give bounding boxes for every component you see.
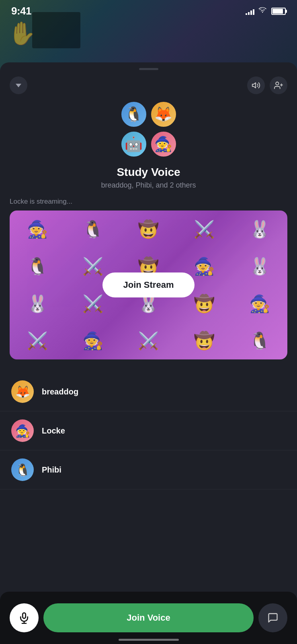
avatar-3: 🤖 bbox=[120, 130, 147, 158]
member-avatar-breaddog: 🦊 bbox=[11, 380, 34, 403]
streaming-section: Locke is streaming... 🧙 🐧 🤠 ⚔️ 🐰 🐧 ⚔️ 🤠 … bbox=[0, 198, 297, 369]
channel-info: Study Voice breaddog, Phibi, and 2 other… bbox=[0, 166, 297, 198]
panel-header bbox=[0, 70, 297, 97]
header-actions bbox=[247, 76, 287, 94]
collapse-button[interactable] bbox=[10, 76, 27, 94]
stream-preview: 🧙 🐧 🤠 ⚔️ 🐰 🐧 ⚔️ 🤠 🧙 🐰 🐰 ⚔️ 🐰 🤠 🧙 ⚔️ 🧙 ⚔️… bbox=[10, 211, 287, 359]
avatar-grid: 🐧 🦊 🤖 🧙 bbox=[120, 101, 177, 158]
status-bar: 9:41 bbox=[0, 0, 297, 22]
svg-rect-4 bbox=[23, 613, 26, 619]
bottom-bar: Join Voice bbox=[0, 592, 297, 644]
svg-marker-0 bbox=[252, 83, 256, 88]
chevron-down-icon bbox=[16, 84, 21, 87]
member-item: 🐧 Phibi bbox=[0, 450, 297, 489]
add-user-icon bbox=[274, 81, 283, 90]
member-name-locke: Locke bbox=[42, 426, 65, 436]
add-user-button[interactable] bbox=[270, 76, 287, 94]
member-name-phibi: Phibi bbox=[42, 465, 61, 475]
signal-bars-icon bbox=[246, 8, 254, 15]
member-item: 🦊 breaddog bbox=[0, 372, 297, 411]
status-icons bbox=[246, 6, 286, 16]
home-indicator bbox=[119, 639, 179, 641]
avatar-4: 🧙 bbox=[150, 130, 177, 158]
battery-icon bbox=[271, 8, 286, 15]
member-item: 🧙 Locke bbox=[0, 411, 297, 450]
microphone-button[interactable] bbox=[10, 603, 39, 632]
channel-name: Study Voice bbox=[10, 166, 287, 179]
member-avatar-phibi: 🐧 bbox=[11, 458, 34, 481]
join-stream-button[interactable]: Join Stream bbox=[102, 272, 195, 297]
wifi-icon bbox=[258, 6, 267, 16]
channel-members: breaddog, Phibi, and 2 others bbox=[10, 181, 287, 190]
member-name-breaddog: breaddog bbox=[42, 387, 78, 396]
join-voice-button[interactable]: Join Voice bbox=[43, 603, 254, 632]
svg-point-1 bbox=[276, 82, 279, 85]
chat-icon bbox=[267, 612, 279, 623]
chat-button[interactable] bbox=[258, 603, 287, 632]
volume-button[interactable] bbox=[247, 76, 265, 94]
status-time: 9:41 bbox=[11, 5, 31, 17]
member-avatar-locke: 🧙 bbox=[11, 419, 34, 442]
main-panel: 🐧 🦊 🤖 🧙 Study Voice breaddog, Phibi, and… bbox=[0, 62, 297, 644]
avatar-group: 🐧 🦊 🤖 🧙 bbox=[0, 101, 297, 158]
microphone-icon bbox=[18, 612, 30, 624]
background-hand-icon: ✋ bbox=[8, 20, 32, 52]
avatar-1: 🐧 bbox=[120, 101, 147, 128]
streaming-label: Locke is streaming... bbox=[10, 198, 287, 206]
avatar-2: 🦊 bbox=[150, 101, 177, 128]
volume-icon bbox=[252, 81, 260, 90]
